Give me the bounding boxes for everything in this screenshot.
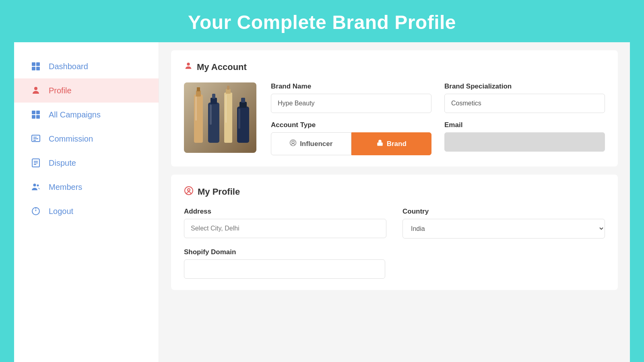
email-input[interactable] <box>444 132 605 152</box>
brand-name-label: Brand Name <box>271 82 431 90</box>
svg-rect-25 <box>196 90 201 97</box>
shopify-domain-label: Shopify Domain <box>184 248 605 256</box>
content-area: My Account <box>159 42 630 362</box>
svg-rect-32 <box>227 86 229 90</box>
svg-rect-2 <box>32 67 35 70</box>
address-label: Address <box>184 208 386 216</box>
dispute-icon <box>30 157 41 169</box>
sidebar-item-profile[interactable]: Profile <box>14 78 159 103</box>
account-type-buttons: Influencer Brand <box>271 132 431 155</box>
svg-point-17 <box>33 184 36 187</box>
shopify-domain-input[interactable] <box>184 259 385 279</box>
sidebar-label-campaigns: All Campaigns <box>49 110 101 119</box>
svg-rect-8 <box>36 115 40 119</box>
svg-point-22 <box>187 63 190 66</box>
country-label: Country <box>402 208 605 216</box>
brand-specialization-label: Brand Specialization <box>444 82 605 90</box>
svg-point-41 <box>292 141 294 144</box>
svg-point-18 <box>37 185 39 187</box>
svg-rect-28 <box>211 98 217 104</box>
members-icon <box>30 181 41 193</box>
svg-rect-36 <box>195 97 197 121</box>
svg-rect-29 <box>212 94 215 99</box>
sidebar-item-dispute[interactable]: Dispute <box>14 151 159 175</box>
svg-rect-15 <box>34 162 38 163</box>
sidebar-label-members: Members <box>49 183 82 192</box>
campaigns-icon <box>30 109 41 120</box>
brand-name-input[interactable] <box>271 94 431 113</box>
logout-icon <box>30 206 41 217</box>
profile-grid: Address Country India USA UK Canada Aust… <box>184 208 605 279</box>
influencer-icon <box>289 139 297 148</box>
svg-rect-10 <box>33 137 37 138</box>
country-group: Country India USA UK Canada Australia <box>402 208 605 239</box>
my-account-title: My Account <box>184 62 605 73</box>
svg-rect-39 <box>238 109 240 129</box>
email-label: Email <box>444 121 605 129</box>
svg-rect-6 <box>36 111 40 114</box>
address-input[interactable] <box>184 219 386 238</box>
svg-rect-11 <box>33 138 38 139</box>
svg-rect-42 <box>377 142 383 146</box>
account-type-label: Account Type <box>271 121 431 129</box>
page-title: Your Complete Brand Profile <box>0 0 644 42</box>
account-grid: Brand Name Brand Specialization Account … <box>184 82 605 155</box>
sidebar-item-campaigns[interactable]: All Campaigns <box>14 103 159 127</box>
brand-btn-label: Brand <box>387 140 407 148</box>
svg-rect-1 <box>36 62 40 66</box>
sidebar-label-commission: Commission <box>49 134 93 144</box>
account-icon <box>184 62 193 73</box>
svg-rect-7 <box>32 115 35 119</box>
shopify-group: Shopify Domain <box>184 248 605 279</box>
svg-rect-0 <box>32 62 35 66</box>
account-type-group: Account Type Influenc <box>271 121 431 155</box>
my-profile-title: My Profile <box>184 186 605 198</box>
svg-rect-34 <box>239 102 247 108</box>
sidebar-item-commission[interactable]: Commission <box>14 127 159 151</box>
svg-point-44 <box>188 189 190 191</box>
svg-rect-35 <box>241 98 245 103</box>
sidebar-item-members[interactable]: Members <box>14 175 159 199</box>
my-account-card: My Account <box>171 50 618 167</box>
svg-rect-5 <box>32 111 35 114</box>
sidebar-label-dispute: Dispute <box>49 158 76 168</box>
sidebar-item-logout[interactable]: Logout <box>14 199 159 223</box>
profile-section-icon <box>184 186 194 198</box>
my-profile-card: My Profile Address Country India USA UK … <box>171 175 618 290</box>
sidebar-item-dashboard[interactable]: Dashboard <box>14 54 159 78</box>
email-group: Email <box>444 121 605 155</box>
profile-icon <box>30 85 41 96</box>
brand-icon <box>376 139 384 148</box>
brand-specialization-input[interactable] <box>444 94 605 113</box>
sidebar-label-dashboard: Dashboard <box>49 62 88 71</box>
svg-rect-37 <box>210 105 212 125</box>
commission-icon <box>30 133 41 144</box>
dashboard-icon <box>30 61 41 72</box>
svg-rect-12 <box>33 140 36 141</box>
brand-name-group: Brand Name <box>271 82 431 113</box>
brand-specialization-group: Brand Specialization <box>444 82 605 113</box>
address-group: Address <box>184 208 386 239</box>
svg-point-4 <box>34 87 37 90</box>
sidebar: Dashboard Profile All Campaigns <box>14 42 159 362</box>
svg-rect-3 <box>36 67 40 70</box>
influencer-button[interactable]: Influencer <box>271 132 351 155</box>
account-fields: Brand Name Brand Specialization Account … <box>271 82 605 155</box>
profile-image <box>184 82 256 153</box>
main-container: Dashboard Profile All Campaigns <box>14 42 630 362</box>
influencer-btn-label: Influencer <box>300 140 332 148</box>
country-select[interactable]: India USA UK Canada Australia <box>402 219 605 239</box>
sidebar-label-profile: Profile <box>49 86 72 95</box>
svg-rect-26 <box>197 87 200 91</box>
sidebar-label-logout: Logout <box>49 207 73 216</box>
svg-rect-14 <box>34 161 38 162</box>
svg-rect-16 <box>34 164 36 165</box>
brand-button[interactable]: Brand <box>351 132 432 155</box>
svg-rect-38 <box>225 95 227 123</box>
